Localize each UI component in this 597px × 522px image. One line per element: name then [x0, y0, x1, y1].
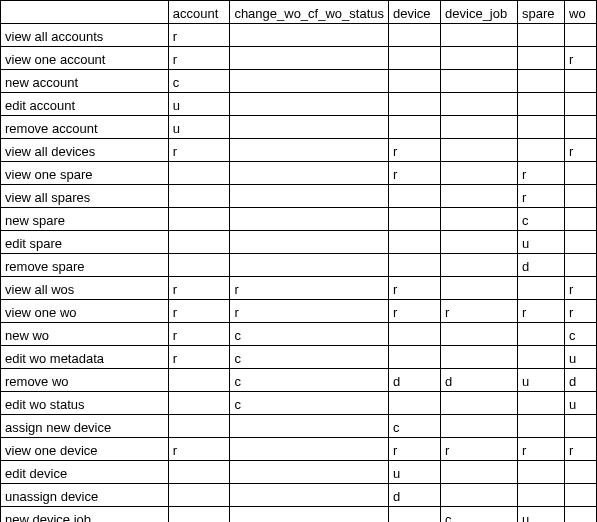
cell	[518, 461, 565, 484]
cell	[441, 70, 518, 93]
cell	[230, 438, 389, 461]
table-row: view one worrrrrr	[1, 300, 597, 323]
table-row: new sparec	[1, 208, 597, 231]
cell	[565, 415, 597, 438]
cell: r	[168, 346, 230, 369]
cell	[230, 70, 389, 93]
cell: r	[518, 162, 565, 185]
cell: d	[441, 369, 518, 392]
row-label: assign new device	[1, 415, 169, 438]
cell	[565, 208, 597, 231]
cell: r	[565, 300, 597, 323]
cell: r	[441, 300, 518, 323]
row-label: new account	[1, 70, 169, 93]
row-label: view one spare	[1, 162, 169, 185]
cell: r	[565, 277, 597, 300]
cell: r	[168, 323, 230, 346]
cell	[518, 93, 565, 116]
row-label: unassign device	[1, 484, 169, 507]
cell	[518, 24, 565, 47]
table-row: edit deviceu	[1, 461, 597, 484]
cell: c	[230, 392, 389, 415]
row-label: view one device	[1, 438, 169, 461]
cell: r	[388, 277, 440, 300]
table-row: remove spared	[1, 254, 597, 277]
cell	[230, 507, 389, 523]
row-label: remove account	[1, 116, 169, 139]
cell	[388, 208, 440, 231]
cell: c	[441, 507, 518, 523]
header-blank	[1, 1, 169, 24]
row-label: view one wo	[1, 300, 169, 323]
table-row: view all accountsr	[1, 24, 597, 47]
table-row: edit accountu	[1, 93, 597, 116]
table-row: view all sparesr	[1, 185, 597, 208]
table-row: view one sparerr	[1, 162, 597, 185]
cell	[168, 208, 230, 231]
cell	[388, 254, 440, 277]
cell: r	[168, 139, 230, 162]
cell: c	[168, 70, 230, 93]
table-row: view one accountrr	[1, 47, 597, 70]
cell	[388, 24, 440, 47]
row-label: view all spares	[1, 185, 169, 208]
cell: c	[565, 323, 597, 346]
cell	[388, 93, 440, 116]
cell	[518, 47, 565, 70]
cell	[565, 162, 597, 185]
cell	[565, 231, 597, 254]
cell	[230, 208, 389, 231]
cell	[168, 162, 230, 185]
cell	[388, 323, 440, 346]
cell: c	[388, 415, 440, 438]
cell	[168, 507, 230, 523]
cell: d	[565, 369, 597, 392]
cell: u	[388, 461, 440, 484]
cell	[168, 254, 230, 277]
row-label: edit wo status	[1, 392, 169, 415]
row-label: remove spare	[1, 254, 169, 277]
cell	[518, 346, 565, 369]
cell	[230, 93, 389, 116]
cell: r	[518, 185, 565, 208]
cell	[441, 185, 518, 208]
table-row: edit wo metadatarcu	[1, 346, 597, 369]
cell	[168, 461, 230, 484]
cell: r	[565, 139, 597, 162]
cell: d	[388, 484, 440, 507]
header-account: account	[168, 1, 230, 24]
cell: r	[168, 47, 230, 70]
cell	[441, 208, 518, 231]
cell	[441, 254, 518, 277]
table-row: edit wo statuscu	[1, 392, 597, 415]
row-label: new wo	[1, 323, 169, 346]
cell: r	[388, 139, 440, 162]
cell	[441, 231, 518, 254]
table-row: view all wosrrrr	[1, 277, 597, 300]
header-spare: spare	[518, 1, 565, 24]
cell	[168, 231, 230, 254]
cell: r	[565, 47, 597, 70]
cell	[518, 392, 565, 415]
cell	[388, 185, 440, 208]
table-row: new accountc	[1, 70, 597, 93]
cell	[441, 116, 518, 139]
cell: r	[168, 438, 230, 461]
row-label: new device job	[1, 507, 169, 523]
table-row: view all devicesrrr	[1, 139, 597, 162]
row-label: view all accounts	[1, 24, 169, 47]
cell: r	[230, 300, 389, 323]
cell	[388, 70, 440, 93]
cell	[168, 392, 230, 415]
cell: r	[168, 24, 230, 47]
cell: u	[518, 369, 565, 392]
cell	[518, 484, 565, 507]
header-device-job: device_job	[441, 1, 518, 24]
cell	[388, 346, 440, 369]
cell: r	[441, 438, 518, 461]
cell: r	[565, 438, 597, 461]
cell	[230, 231, 389, 254]
cell	[230, 254, 389, 277]
cell	[441, 323, 518, 346]
cell: d	[388, 369, 440, 392]
